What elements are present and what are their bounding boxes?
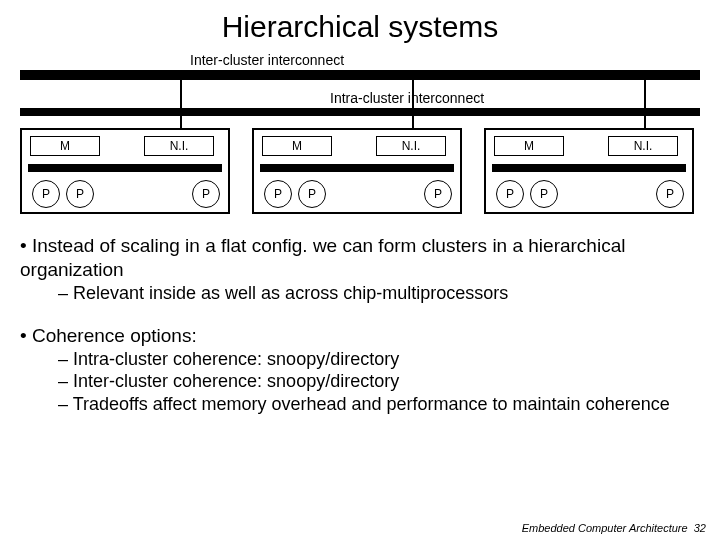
processor-node: P <box>424 180 452 208</box>
hierarchy-diagram: Inter-cluster interconnect Intra-cluster… <box>20 50 700 220</box>
memory-module: M <box>262 136 332 156</box>
network-interface-module: N.I. <box>144 136 214 156</box>
processor-node: P <box>656 180 684 208</box>
memory-module: M <box>494 136 564 156</box>
processor-node: P <box>66 180 94 208</box>
cluster-box: M N.I. P P P <box>20 128 230 214</box>
slide-title: Hierarchical systems <box>0 0 720 50</box>
processor-node: P <box>192 180 220 208</box>
cluster-local-bus <box>260 164 454 172</box>
memory-module: M <box>30 136 100 156</box>
processor-node: P <box>32 180 60 208</box>
bullet-subitem: Tradeoffs affect memory overhead and per… <box>58 393 700 416</box>
processor-node: P <box>264 180 292 208</box>
connector <box>644 80 646 128</box>
connector <box>180 80 182 128</box>
processor-node: P <box>530 180 558 208</box>
bullet-item: Coherence options: <box>20 324 700 348</box>
inter-cluster-bus <box>20 70 700 80</box>
inter-cluster-label: Inter-cluster interconnect <box>190 52 344 68</box>
network-interface-module: N.I. <box>608 136 678 156</box>
footer-course: Embedded Computer Architecture <box>522 522 688 534</box>
slide-footer: Embedded Computer Architecture 32 <box>522 522 706 534</box>
bullet-subitem: Intra-cluster coherence: snoopy/director… <box>58 348 700 371</box>
processor-node: P <box>298 180 326 208</box>
cluster-box: M N.I. P P P <box>252 128 462 214</box>
intra-cluster-bus <box>20 108 700 116</box>
processor-node: P <box>496 180 524 208</box>
footer-page-number: 32 <box>694 522 706 534</box>
connector <box>412 80 414 128</box>
bullet-item: Instead of scaling in a flat config. we … <box>20 234 700 282</box>
bullet-list: Instead of scaling in a flat config. we … <box>20 234 700 415</box>
network-interface-module: N.I. <box>376 136 446 156</box>
cluster-box: M N.I. P P P <box>484 128 694 214</box>
cluster-local-bus <box>492 164 686 172</box>
cluster-local-bus <box>28 164 222 172</box>
bullet-subitem: Inter-cluster coherence: snoopy/director… <box>58 370 700 393</box>
intra-cluster-label: Intra-cluster interconnect <box>330 90 484 106</box>
bullet-subitem: Relevant inside as well as across chip-m… <box>58 282 700 305</box>
